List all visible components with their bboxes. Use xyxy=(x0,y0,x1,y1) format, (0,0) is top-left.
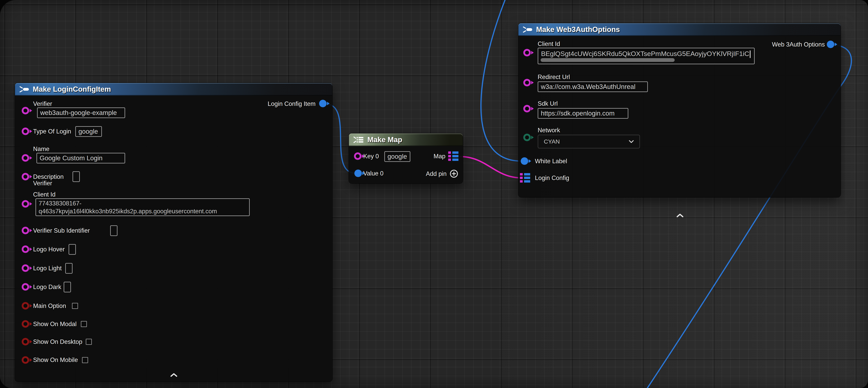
pin-verifier-sub-identifier[interactable] xyxy=(24,229,27,233)
pin-label-logo-light: Logo Light xyxy=(33,265,62,272)
pin-label-type-of-login: Type Of Login xyxy=(33,128,71,135)
pin-logo-light[interactable] xyxy=(24,266,27,270)
network-dropdown[interactable]: CYAN xyxy=(538,135,640,148)
verifier-input[interactable]: web3auth-google-example xyxy=(37,108,125,118)
logo-light-input[interactable] xyxy=(65,263,72,274)
network-selected-value: CYAN xyxy=(544,138,560,145)
pin-label-show-on-modal: Show On Modal xyxy=(33,320,77,328)
make-map-icon xyxy=(353,136,364,144)
node-header[interactable]: Make Map xyxy=(349,133,463,146)
pin-label-value-0: Value 0 xyxy=(363,170,383,177)
pin-label-white-label: White Label xyxy=(535,157,567,165)
node-title: Make Map xyxy=(367,136,402,144)
pin-login-config-item-output[interactable] xyxy=(321,101,325,106)
pin-label-main-option: Main Option xyxy=(33,302,66,309)
pin-label-verifier: Verifier xyxy=(33,100,52,108)
pin-show-on-mobile[interactable] xyxy=(24,358,27,362)
pin-client-id[interactable] xyxy=(24,202,27,206)
pin-name[interactable] xyxy=(24,156,27,160)
pin-label-verifier-sub-identifier: Verifier Sub Identifier xyxy=(33,227,90,234)
wire-offscreen-to-whitelabel[interactable] xyxy=(481,0,522,161)
text-cursor xyxy=(750,51,750,58)
pin-show-on-modal[interactable] xyxy=(24,322,27,326)
pin-label-description: Description xyxy=(33,173,64,180)
output-label-login-config-item: Login Config Item xyxy=(268,100,315,108)
make-struct-icon xyxy=(19,86,30,93)
show-on-modal-checkbox[interactable] xyxy=(81,321,87,327)
pin-logo-dark[interactable] xyxy=(24,285,27,289)
pin-label-sdk-url: Sdk Url xyxy=(538,100,558,107)
verifier-sub-identifier-input[interactable] xyxy=(110,225,118,236)
pin-label-client-id: Client Id xyxy=(33,191,56,198)
output-label-web3auth-options: Web 3Auth Options xyxy=(772,41,825,48)
collapse-icon[interactable] xyxy=(170,373,178,377)
pin-verifier[interactable] xyxy=(24,109,27,113)
pin-label-show-on-desktop: Show On Desktop xyxy=(33,338,82,346)
pin-web3auth-options-output[interactable] xyxy=(829,42,833,46)
name-input[interactable]: Google Custom Login xyxy=(36,153,125,163)
node-make-web3authoptions[interactable]: Make Web3AuthOptions Client Id BEglQSgt4… xyxy=(518,23,841,197)
client-id-input[interactable]: BEglQSgt4cUWcj6SKRdu5QkOXTsePmMcusG5EAoy… xyxy=(538,48,755,64)
pin-login-config[interactable] xyxy=(520,173,530,183)
client-id-text: BEglQSgt4cUWcj6SKRdu5QkOXTsePmMcusG5EAoy… xyxy=(541,50,749,57)
client-id-line1: 774338308167- xyxy=(39,200,247,207)
show-on-desktop-checkbox[interactable] xyxy=(86,339,92,345)
make-struct-icon xyxy=(523,26,533,33)
dropdown-chevron-icon xyxy=(629,140,634,143)
pin-key-0[interactable] xyxy=(356,154,360,158)
pin-label-key-0: Key 0 xyxy=(363,153,379,160)
pin-main-option[interactable] xyxy=(24,304,27,308)
add-pin-group[interactable]: Add pin xyxy=(426,169,459,178)
pin-logo-hover[interactable] xyxy=(24,247,27,251)
key-0-input[interactable]: google xyxy=(384,151,410,162)
pin-show-on-desktop[interactable] xyxy=(24,340,27,344)
redirect-url-input[interactable]: w3a://com.w3a.Web3AuthUnreal xyxy=(538,82,648,92)
pin-network[interactable] xyxy=(525,136,529,139)
pin-label-name: Name xyxy=(33,145,50,153)
output-label-map: Map xyxy=(434,153,445,160)
logo-hover-input[interactable] xyxy=(69,244,76,255)
pin-description[interactable] xyxy=(24,175,27,179)
blueprint-graph-canvas[interactable]: Make LoginConfigItem Verifier web3auth-g… xyxy=(0,0,868,388)
client-id-line2: q463s7kpvja16l4l0kko3nb925ikds2p.apps.go… xyxy=(39,207,247,215)
node-make-loginconfigitem[interactable]: Make LoginConfigItem Verifier web3auth-g… xyxy=(15,83,332,382)
client-id-input[interactable]: 774338308167- q463s7kpvja16l4l0kko3nb925… xyxy=(35,198,250,216)
logo-dark-input[interactable] xyxy=(64,282,71,292)
add-pin-icon[interactable] xyxy=(450,169,459,178)
pin-label-show-on-mobile: Show On Mobile xyxy=(33,356,78,363)
add-pin-label: Add pin xyxy=(426,170,446,177)
pin-label-verifier: Verifier xyxy=(33,180,52,187)
main-option-checkbox[interactable] xyxy=(72,303,78,309)
sdk-url-input[interactable]: https://sdk.openlogin.com xyxy=(538,108,628,119)
node-header[interactable]: Make LoginConfigItem xyxy=(15,83,332,96)
pin-value-0[interactable] xyxy=(356,171,360,175)
map-output-group: Map xyxy=(434,151,459,161)
pin-type-of-login[interactable] xyxy=(24,129,27,133)
collapse-icon[interactable] xyxy=(676,213,684,218)
pin-label-login-config: Login Config xyxy=(535,174,569,182)
pin-client-id[interactable] xyxy=(525,51,529,55)
horizontal-scrollbar[interactable] xyxy=(540,58,675,62)
pin-label-logo-hover: Logo Hover xyxy=(33,246,65,253)
node-title: Make Web3AuthOptions xyxy=(536,25,620,34)
node-make-map[interactable]: Make Map Key 0 google Map Value 0 Add pi… xyxy=(349,133,463,183)
pin-sdk-url[interactable] xyxy=(525,107,529,111)
description-input[interactable] xyxy=(72,171,80,182)
pin-label-logo-dark: Logo Dark xyxy=(33,283,61,291)
node-title: Make LoginConfigItem xyxy=(33,85,111,93)
type-of-login-input[interactable]: google xyxy=(75,126,102,137)
pin-white-label[interactable] xyxy=(523,159,526,163)
pin-redirect-url[interactable] xyxy=(525,81,529,85)
node-header[interactable]: Make Web3AuthOptions xyxy=(518,23,841,36)
pin-label-client-id: Client Id xyxy=(538,40,560,48)
pin-map-output[interactable] xyxy=(448,151,459,161)
show-on-mobile-checkbox[interactable] xyxy=(82,357,88,363)
pin-label-redirect-url: Redirect Url xyxy=(538,73,570,81)
pin-label-network: Network xyxy=(538,126,560,134)
